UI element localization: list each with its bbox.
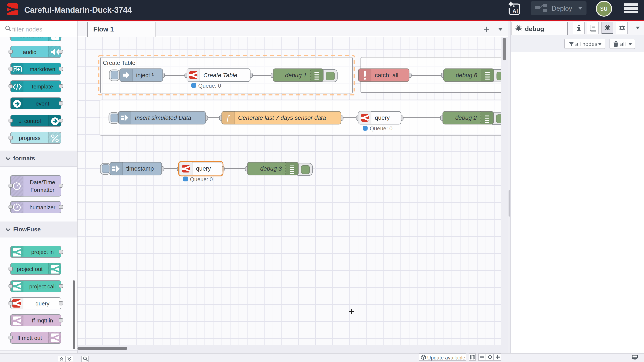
svg-text:AI: AI xyxy=(512,8,518,14)
svg-text:Create Table: Create Table xyxy=(103,60,136,66)
svg-text:ƒ: ƒ xyxy=(226,113,230,122)
svg-text:Queue: 0: Queue: 0 xyxy=(198,82,221,89)
svg-text:Create Table: Create Table xyxy=(204,72,237,78)
svg-text:debug 2: debug 2 xyxy=(455,114,477,121)
svg-text:timestamp: timestamp xyxy=(126,165,154,172)
svg-text:query: query xyxy=(375,114,390,121)
svg-text:debug 3: debug 3 xyxy=(260,165,282,172)
svg-text:inject ¹: inject ¹ xyxy=(136,72,154,78)
svg-text:catch: all: catch: all xyxy=(375,72,398,78)
svg-text:Generate last 7 days sensor da: Generate last 7 days sensor data xyxy=(238,114,326,121)
svg-text:Queue: 0: Queue: 0 xyxy=(370,125,392,131)
svg-text:Insert simulated Data: Insert simulated Data xyxy=(135,114,191,121)
svg-text:debug 6: debug 6 xyxy=(456,72,477,78)
svg-text:debug 1: debug 1 xyxy=(285,72,306,78)
svg-text:Queue: 0: Queue: 0 xyxy=(190,176,213,182)
svg-text:query: query xyxy=(196,165,211,172)
